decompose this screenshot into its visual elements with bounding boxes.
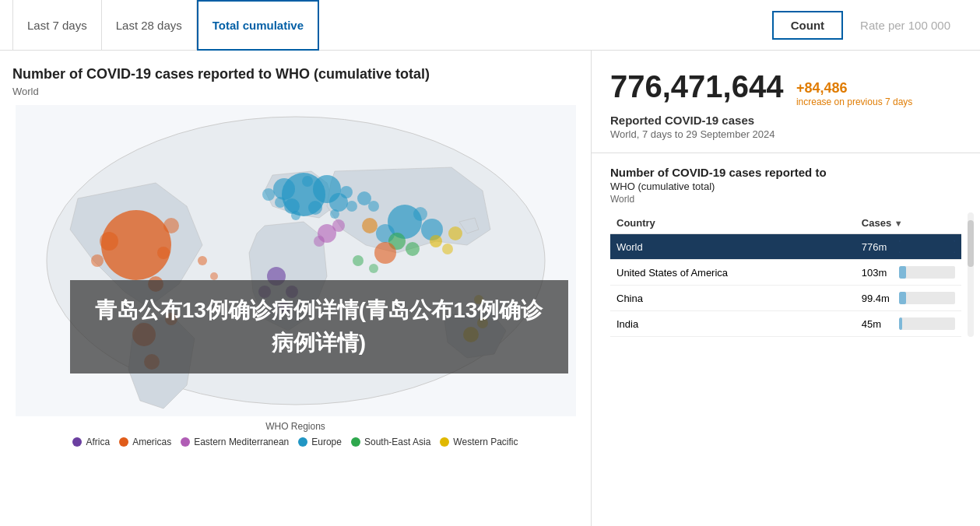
table-world-label: World (610, 194, 961, 205)
svg-point-32 (430, 235, 442, 247)
data-table: Country Cases ▼ World 776m United States… (610, 212, 961, 337)
tab-last7[interactable]: Last 7 days (12, 0, 102, 51)
legend-title: WHO Regions (12, 421, 578, 432)
table-title: Number of COVID-19 cases reported to (610, 166, 961, 179)
table-row[interactable]: China 99.4m (610, 286, 961, 311)
svg-point-46 (210, 272, 218, 280)
legend-label: Eastern Mediterranean (194, 437, 289, 447)
svg-point-29 (413, 207, 427, 221)
table-cell-country: World (610, 234, 855, 260)
overlay-text: 青岛公布13例确诊病例详情(青岛公布13例确诊病例详情) (70, 280, 568, 373)
bar-track (899, 292, 955, 304)
table-cell-cases: 99.4m (855, 286, 961, 311)
stats-box: 776,471,644 +84,486 increase on previous… (592, 51, 980, 153)
legend-dot (440, 437, 449, 447)
legend-label: Africa (86, 437, 110, 447)
legend-item: Western Pacific (440, 437, 518, 447)
increase-number: +84,486 (796, 80, 912, 96)
legend-dot (181, 437, 190, 447)
svg-point-10 (302, 176, 313, 187)
scrollbar-thumb[interactable] (968, 220, 974, 267)
svg-point-39 (374, 242, 396, 264)
table-row[interactable]: World 776m (610, 234, 961, 260)
svg-point-21 (91, 254, 104, 267)
bar-fill (899, 266, 906, 279)
svg-point-23 (157, 247, 170, 259)
table-cell-country: United States of America (610, 260, 855, 286)
legend-label: Europe (311, 437, 342, 447)
legend-label: South-East Asia (364, 437, 430, 447)
legend-item: Eastern Mediterranean (181, 437, 289, 447)
scrollbar-track[interactable] (968, 212, 974, 337)
bar-fill (899, 292, 906, 304)
tab-last28[interactable]: Last 28 days (102, 0, 197, 51)
legend-item: Africa (72, 437, 110, 447)
legend-items: AfricaAmericasEastern MediterraneanEurop… (12, 437, 578, 447)
count-button[interactable]: Count (772, 11, 843, 40)
tabs-right: Count Rate per 100 000 (772, 11, 968, 40)
svg-point-44 (314, 236, 325, 247)
svg-point-34 (442, 244, 453, 254)
col-cases[interactable]: Cases ▼ (855, 212, 961, 234)
svg-point-11 (291, 211, 300, 220)
svg-point-3 (273, 178, 295, 200)
svg-point-12 (330, 209, 339, 219)
left-panel: Number of COVID-19 cases reported to WHO… (0, 51, 592, 526)
table-cell-cases: 45m (855, 311, 961, 337)
svg-point-48 (369, 264, 378, 273)
bar-track (899, 240, 955, 253)
bar-fill (899, 240, 955, 253)
svg-point-14 (262, 188, 275, 201)
legend-label: Western Pacific (453, 437, 518, 447)
legend-item: Americas (119, 437, 171, 447)
svg-point-43 (332, 219, 345, 232)
legend-item: South-East Asia (351, 437, 430, 447)
sort-arrow-icon: ▼ (894, 219, 903, 228)
header-tabs: Last 7 days Last 28 days Total cumulativ… (0, 0, 980, 51)
table-cell-country: China (610, 286, 855, 311)
legend-dot (298, 437, 307, 447)
cases-value: 99.4m (862, 293, 894, 304)
bar-fill (899, 317, 902, 330)
main-content: Number of COVID-19 cases reported to WHO… (0, 51, 980, 526)
cases-value: 45m (862, 318, 894, 330)
svg-point-45 (198, 256, 207, 265)
tab-total[interactable]: Total cumulative (197, 0, 319, 51)
table-cell-country: India (610, 311, 855, 337)
map-container: 青岛公布13例确诊病例详情(青岛公布13例确诊病例详情) (16, 105, 576, 416)
svg-point-8 (346, 201, 357, 212)
map-subtitle: World (12, 86, 578, 97)
svg-point-28 (362, 218, 378, 233)
svg-point-31 (406, 242, 420, 256)
svg-point-33 (448, 226, 462, 240)
table-row[interactable]: United States of America 103m (610, 260, 961, 286)
table-panel: Number of COVID-19 cases reported to WHO… (592, 153, 980, 526)
legend-item: Europe (298, 437, 342, 447)
big-number: 776,471,644 (610, 69, 783, 103)
cases-label: Reported COVID-19 cases (610, 114, 961, 127)
cases-meta: World, 7 days to 29 September 2024 (610, 128, 961, 140)
stats-row: 776,471,644 +84,486 increase on previous… (610, 69, 961, 107)
svg-point-47 (353, 255, 364, 266)
right-panel: 776,471,644 +84,486 increase on previous… (592, 51, 980, 526)
svg-point-7 (340, 186, 353, 198)
tabs-left: Last 7 days Last 28 days Total cumulativ… (12, 0, 319, 51)
legend-area: WHO Regions AfricaAmericasEastern Medite… (12, 421, 578, 447)
svg-point-15 (368, 201, 379, 212)
legend-label: Americas (132, 437, 171, 447)
table-row[interactable]: India 45m (610, 311, 961, 337)
table-cell-cases: 776m (855, 234, 961, 260)
svg-point-6 (308, 201, 322, 215)
cases-value: 103m (862, 267, 894, 279)
map-title: Number of COVID-19 cases reported to WHO… (12, 66, 578, 82)
table-subtitle: WHO (cumulative total) (610, 181, 961, 192)
col-country: Country (610, 212, 855, 234)
legend-dot (119, 437, 128, 447)
rate-button[interactable]: Rate per 100 000 (843, 12, 968, 38)
svg-point-20 (100, 232, 118, 251)
table-wrapper: Country Cases ▼ World 776m United States… (610, 212, 961, 337)
bar-track (899, 266, 955, 279)
legend-dot (72, 437, 82, 447)
increase-box: +84,486 increase on previous 7 days (796, 80, 912, 107)
table-cell-cases: 103m (855, 260, 961, 286)
